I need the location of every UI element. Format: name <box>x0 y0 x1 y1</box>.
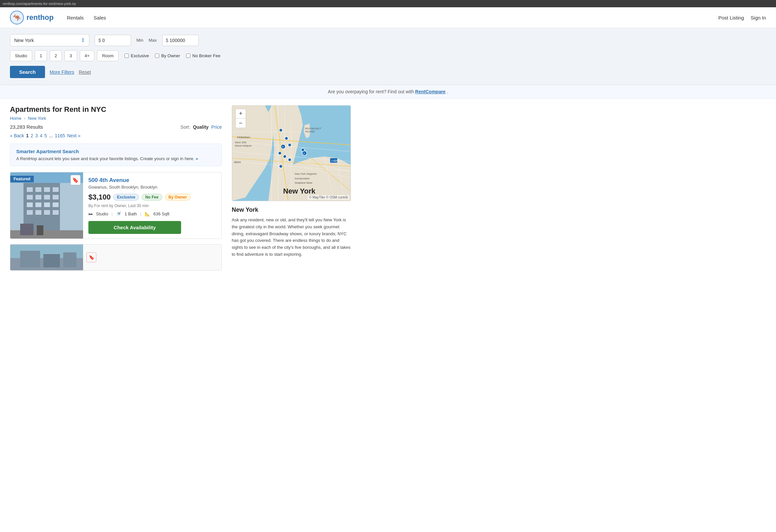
svg-text:+: + <box>303 152 305 155</box>
listing-image-wrap: Featured 🔖 <box>10 172 83 239</box>
price-max-input[interactable]: $ <box>162 35 199 46</box>
badge-byowner: By Owner <box>165 194 191 201</box>
svg-point-60 <box>279 129 282 132</box>
bed-room-btn[interactable]: Room <box>97 50 119 61</box>
svg-rect-27 <box>43 254 60 267</box>
pagination-last-page[interactable]: 1165 <box>55 133 65 138</box>
listing-card-placeholder: 🔖 <box>10 244 222 271</box>
price-min-input[interactable]: $ <box>95 35 131 46</box>
listing-price: $3,100 <box>88 193 111 202</box>
bed-1-btn[interactable]: 1 <box>35 50 47 61</box>
svg-rect-5 <box>44 187 50 192</box>
location-select-text: New York <box>14 38 34 43</box>
by-owner-checkbox[interactable] <box>155 54 159 58</box>
svg-rect-10 <box>53 195 58 200</box>
nav-rentals[interactable]: Rentals <box>67 15 84 20</box>
location-select[interactable]: New York ⇕ <box>10 34 89 46</box>
map-zoom-out-button[interactable]: − <box>236 118 246 128</box>
sign-in-link[interactable]: Sign In <box>751 15 766 20</box>
smarter-box-link[interactable]: » <box>196 156 198 161</box>
logo-icon: 🦘 <box>10 11 24 24</box>
svg-point-62 <box>288 143 291 147</box>
svg-point-65 <box>283 155 286 158</box>
map-zoom-in-button[interactable]: + <box>236 109 246 118</box>
bed-icon: 🛏 <box>88 211 93 216</box>
map-attribution: © MapTiler © OSM contrib <box>308 195 349 200</box>
sort-quality[interactable]: Quality <box>193 124 209 130</box>
badge-nofee: No Fee <box>142 194 162 201</box>
pagination-page-1[interactable]: 1 <box>26 133 29 138</box>
listing-bed-type: Studio <box>96 211 108 216</box>
breadcrumb-home[interactable]: Home <box>10 116 21 121</box>
price-min-field[interactable] <box>102 38 129 43</box>
logo[interactable]: 🦘 renthop <box>10 11 54 24</box>
featured-badge: Featured <box>10 176 34 182</box>
sqft-icon: 📐 <box>145 211 150 216</box>
pagination: « Back 1 2 3 4 5 ... 1165 Next » <box>10 133 222 138</box>
price-max-prefix: $ <box>166 38 169 43</box>
listing-card-inner: Featured 🔖 <box>10 172 221 239</box>
bed-2-btn[interactable]: 2 <box>50 50 62 61</box>
more-filters-link[interactable]: More Filters <box>50 69 74 75</box>
svg-rect-21 <box>37 225 43 235</box>
results-count: 23,283 Results <box>10 124 43 130</box>
listing-card: Featured 🔖 <box>10 172 222 239</box>
svg-text:oken: oken <box>234 160 241 164</box>
price-max-field[interactable] <box>170 38 196 43</box>
svg-text:ROOSEVELT: ROOSEVELT <box>305 127 321 130</box>
exclusive-checkbox[interactable] <box>125 54 129 58</box>
svg-text:Hoboken: Hoboken <box>237 135 250 139</box>
pagination-next[interactable]: Next » <box>67 133 80 138</box>
post-listing-link[interactable]: Post Listing <box>718 15 744 20</box>
sidebar-location-info: New York Ask any resident, new or old, a… <box>232 207 351 258</box>
nav-right: Post Listing Sign In <box>718 15 766 20</box>
pagination-back[interactable]: « Back <box>10 133 24 138</box>
svg-text:New York Skyports: New York Skyports <box>295 172 317 175</box>
map-container[interactable]: Hoboken West 30th Street Heliport oken R… <box>232 105 351 201</box>
svg-rect-12 <box>35 203 41 207</box>
search-button[interactable]: Search <box>10 66 45 78</box>
smarter-box-title: Smarter Apartment Search <box>16 149 215 154</box>
svg-text:ISLAND: ISLAND <box>305 130 315 133</box>
svg-text:Seaplane Base: Seaplane Base <box>295 181 313 184</box>
svg-rect-8 <box>35 195 41 200</box>
breadcrumb-separator: › <box>24 116 25 121</box>
svg-rect-9 <box>44 195 50 200</box>
no-broker-fee-checkbox[interactable] <box>186 54 190 58</box>
pagination-page-5[interactable]: 5 <box>44 133 47 138</box>
bed-4plus-btn[interactable]: 4+ <box>80 50 95 61</box>
pagination-page-4[interactable]: 4 <box>40 133 42 138</box>
exclusive-label: Exclusive <box>131 53 149 58</box>
price-min-label: Min <box>136 38 143 43</box>
svg-text:West 30th: West 30th <box>235 141 247 144</box>
bed-studio-btn[interactable]: Studio <box>10 50 32 61</box>
reset-link[interactable]: Reset <box>79 69 91 75</box>
svg-rect-7 <box>27 195 33 200</box>
bookmark-button[interactable]: 🔖 <box>70 175 80 185</box>
check-availability-button[interactable]: Check Availability <box>88 221 181 234</box>
listing-price-row: $3,100 Exclusive No Fee By Owner <box>88 193 216 202</box>
svg-text:Street Heliport: Street Heliport <box>235 144 252 147</box>
svg-rect-3 <box>27 187 33 192</box>
svg-rect-26 <box>20 251 40 267</box>
badge-exclusive: Exclusive <box>113 194 139 201</box>
svg-rect-28 <box>63 252 76 267</box>
listing-by: By For rent by Owner, Last 30 min <box>88 204 216 208</box>
map-svg: Hoboken West 30th Street Heliport oken R… <box>232 105 351 201</box>
browser-url: renthop.com/apartments-for-rent/new-york… <box>3 2 76 6</box>
listing-address[interactable]: 500 4th Avenue <box>88 177 216 184</box>
price-max-label: Max <box>149 38 157 43</box>
rent-compare-link[interactable]: RentCompare <box>415 89 446 94</box>
sort-price[interactable]: Price <box>211 124 222 130</box>
pagination-page-2[interactable]: 2 <box>31 133 33 138</box>
pagination-page-3[interactable]: 3 <box>35 133 38 138</box>
nav-sales[interactable]: Sales <box>94 15 106 20</box>
breadcrumb-city[interactable]: New York <box>28 116 46 121</box>
bed-3-btn[interactable]: 3 <box>64 50 77 61</box>
placeholder-bookmark[interactable]: 🔖 <box>86 252 96 262</box>
price-min-prefix: $ <box>98 38 101 43</box>
svg-text:I-495: I-495 <box>331 159 338 163</box>
svg-rect-6 <box>53 187 58 192</box>
svg-point-66 <box>288 158 291 162</box>
svg-point-61 <box>285 137 288 140</box>
